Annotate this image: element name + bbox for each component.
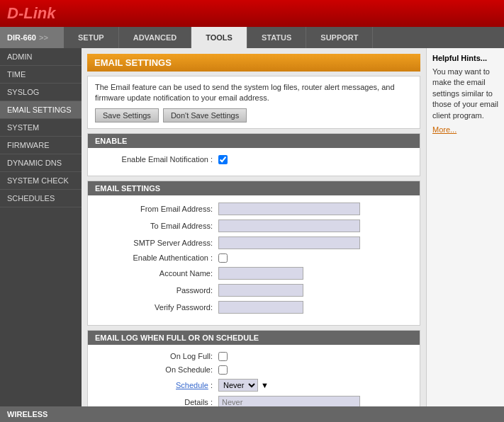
schedule-dropdown-arrow: ▼ <box>261 381 269 389</box>
tab-setup[interactable]: SETUP <box>64 27 119 48</box>
more-link[interactable]: More... <box>432 125 457 134</box>
account-name-input[interactable] <box>218 267 303 280</box>
tab-advanced[interactable]: ADVANCED <box>119 27 192 48</box>
password-input[interactable] <box>218 284 303 297</box>
email-settings-section: EMAIL SETTINGS From Email Address: To Em… <box>87 181 420 326</box>
sidebar-item-system-check[interactable]: SYSTEM CHECK <box>0 172 82 190</box>
enable-section-body: Enable Email Notification : <box>88 148 420 176</box>
enable-notification-checkbox[interactable] <box>218 155 228 164</box>
auth-row: Enable Authentication : <box>98 253 410 263</box>
account-name-label: Account Name: <box>98 269 218 278</box>
button-row: Save Settings Don't Save Settings <box>95 108 413 122</box>
save-settings-button[interactable]: Save Settings <box>95 108 159 122</box>
email-settings-header: EMAIL SETTINGS <box>88 181 420 195</box>
on-schedule-label: On Schedule: <box>98 365 218 374</box>
nav-tabs: SETUP ADVANCED TOOLS STATUS SUPPORT <box>64 27 504 48</box>
details-input[interactable] <box>218 396 360 406</box>
tab-tools[interactable]: TOOLS <box>191 27 247 48</box>
log-section-header: EMAIL LOG WHEN FULL OR ON SCHEDULE <box>88 331 420 345</box>
tab-support[interactable]: SUPPORT <box>306 27 373 48</box>
verify-password-input[interactable] <box>218 301 303 314</box>
auth-label: Enable Authentication : <box>98 253 218 262</box>
page-title: EMAIL SETTINGS <box>87 54 420 72</box>
schedule-select[interactable]: Never <box>218 379 258 392</box>
footer-bar: WIRELESS <box>0 406 504 422</box>
to-email-input[interactable] <box>218 219 360 232</box>
on-log-full-label: On Log Full: <box>98 352 218 360</box>
model-text: DIR-660 <box>7 33 36 42</box>
to-email-row: To Email Address: <box>98 219 410 232</box>
hints-title: Helpful Hints... <box>432 54 498 62</box>
enable-section-header: ENABLE <box>88 134 420 148</box>
details-row: Details : <box>98 396 410 406</box>
password-label: Password: <box>98 286 218 295</box>
verify-password-label: Verify Password: <box>98 303 218 312</box>
sidebar-item-syslog[interactable]: SYSLOG <box>0 84 82 101</box>
sidebar-item-admin[interactable]: ADMIN <box>0 48 82 66</box>
log-section-body: On Log Full: On Schedule: Schedule : Nev… <box>88 345 420 406</box>
email-settings-body: From Email Address: To Email Address: SM… <box>88 195 420 325</box>
details-label: Details : <box>98 398 218 406</box>
tab-status[interactable]: STATUS <box>247 27 306 48</box>
sidebar: ADMIN TIME SYSLOG EMAIL SETTINGS SYSTEM … <box>0 48 82 406</box>
log-section: EMAIL LOG WHEN FULL OR ON SCHEDULE On Lo… <box>87 330 420 406</box>
verify-password-row: Verify Password: <box>98 301 410 314</box>
navbar: DIR-660 >> SETUP ADVANCED TOOLS STATUS S… <box>0 27 504 48</box>
on-log-full-row: On Log Full: <box>98 352 410 361</box>
sidebar-item-dynamic-dns[interactable]: DYNAMIC DNS <box>0 154 82 172</box>
to-email-label: To Email Address: <box>98 222 218 230</box>
sidebar-item-email-settings[interactable]: EMAIL SETTINGS <box>0 101 82 119</box>
info-text: The Email feature can be used to send th… <box>95 82 413 104</box>
logo: D-Link <box>7 4 55 23</box>
sidebar-item-system[interactable]: SYSTEM <box>0 119 82 137</box>
on-schedule-row: On Schedule: <box>98 365 410 375</box>
content-area: EMAIL SETTINGS The Email feature can be … <box>82 48 426 406</box>
from-email-label: From Email Address: <box>98 205 218 213</box>
on-schedule-checkbox[interactable] <box>218 365 228 375</box>
from-email-input[interactable] <box>218 203 360 215</box>
enable-notification-row: Enable Email Notification : <box>98 155 410 164</box>
schedule-link[interactable]: Schedule <box>176 381 208 389</box>
enable-section: ENABLE Enable Email Notification : <box>87 133 420 176</box>
nav-arrows: >> <box>39 33 48 42</box>
sidebar-item-time[interactable]: TIME <box>0 66 82 84</box>
right-panel: Helpful Hints... You may want to make th… <box>426 48 504 406</box>
main-layout: ADMIN TIME SYSLOG EMAIL SETTINGS SYSTEM … <box>0 48 504 406</box>
schedule-label: Schedule : <box>98 381 218 389</box>
account-name-row: Account Name: <box>98 267 410 280</box>
hints-text: You may want to make the email settings … <box>432 67 498 121</box>
footer-label: WIRELESS <box>7 410 47 418</box>
enable-notification-label: Enable Email Notification : <box>98 155 218 164</box>
logo-text: D-Link <box>7 4 55 22</box>
info-box: The Email feature can be used to send th… <box>87 76 420 129</box>
smtp-label: SMTP Server Address: <box>98 239 218 247</box>
schedule-row: Schedule : Never ▼ <box>98 379 410 392</box>
smtp-input[interactable] <box>218 236 360 249</box>
header: D-Link <box>0 0 504 27</box>
password-row: Password: <box>98 284 410 297</box>
sidebar-item-schedules[interactable]: SCHEDULES <box>0 190 82 207</box>
smtp-row: SMTP Server Address: <box>98 236 410 249</box>
sidebar-item-firmware[interactable]: FIRMWARE <box>0 137 82 154</box>
enable-auth-checkbox[interactable] <box>218 253 228 263</box>
on-log-full-checkbox[interactable] <box>218 352 228 361</box>
from-email-row: From Email Address: <box>98 203 410 215</box>
schedule-colon: : <box>211 381 213 389</box>
dont-save-settings-button[interactable]: Don't Save Settings <box>163 108 247 122</box>
model-badge: DIR-660 >> <box>0 27 64 48</box>
